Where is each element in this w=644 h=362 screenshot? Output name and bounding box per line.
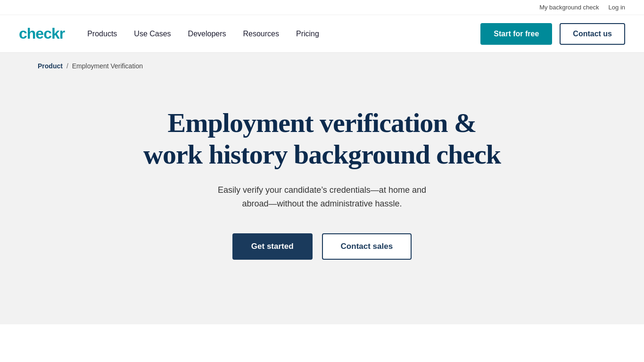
nav-item-resources[interactable]: Resources — [243, 30, 279, 38]
utility-bar: My background check Log in — [0, 0, 644, 15]
nav-link-use-cases[interactable]: Use Cases — [134, 30, 171, 38]
breadcrumb-current-page: Employment Verification — [72, 62, 143, 70]
breadcrumb-separator: / — [66, 62, 68, 70]
hero-subtitle: Easily verify your candidate’s credentia… — [204, 183, 440, 211]
breadcrumb-product-link[interactable]: Product — [38, 62, 63, 70]
hero-title: Employment verification & work history b… — [143, 107, 501, 170]
nav-link-pricing[interactable]: Pricing — [296, 30, 319, 38]
nav-links: Products Use Cases Developers Resources … — [87, 30, 319, 38]
get-started-button[interactable]: Get started — [232, 233, 313, 260]
my-background-check-link[interactable]: My background check — [539, 4, 599, 11]
breadcrumb: Product / Employment Verification — [38, 62, 606, 70]
nav-item-pricing[interactable]: Pricing — [296, 30, 319, 38]
breadcrumb-section: Product / Employment Verification — [0, 53, 644, 79]
nav-item-use-cases[interactable]: Use Cases — [134, 30, 171, 38]
contact-us-button[interactable]: Contact us — [560, 23, 625, 45]
hero-section: Employment verification & work history b… — [0, 79, 644, 324]
log-in-link[interactable]: Log in — [609, 4, 625, 11]
contact-sales-button[interactable]: Contact sales — [322, 233, 412, 260]
navbar-right: Start for free Contact us — [480, 23, 625, 45]
navbar-left: checkr Products Use Cases Developers Res… — [19, 25, 319, 42]
nav-link-developers[interactable]: Developers — [188, 30, 226, 38]
logo[interactable]: checkr — [19, 25, 65, 42]
below-fold-area — [0, 324, 644, 362]
nav-link-resources[interactable]: Resources — [243, 30, 279, 38]
nav-item-products[interactable]: Products — [87, 30, 117, 38]
nav-item-developers[interactable]: Developers — [188, 30, 226, 38]
main-navbar: checkr Products Use Cases Developers Res… — [0, 15, 644, 53]
start-for-free-button[interactable]: Start for free — [480, 23, 552, 45]
nav-link-products[interactable]: Products — [87, 30, 117, 38]
hero-buttons: Get started Contact sales — [232, 233, 412, 260]
